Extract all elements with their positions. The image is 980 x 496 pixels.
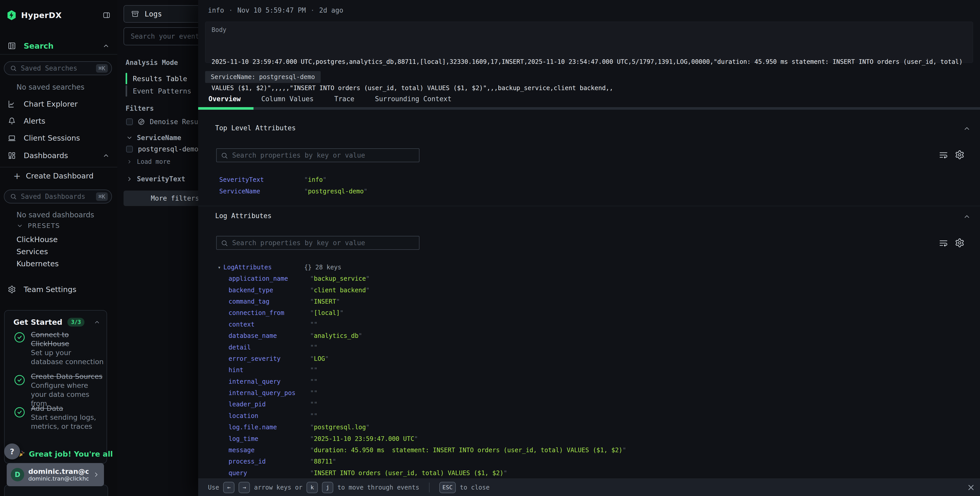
- sidebar-collapse-icon[interactable]: [102, 11, 111, 19]
- gear-icon[interactable]: [955, 150, 964, 159]
- attribute-key[interactable]: detail: [229, 344, 310, 351]
- more-filters-button[interactable]: More filters: [124, 191, 198, 206]
- attribute-key[interactable]: internal_query_pos: [229, 389, 310, 397]
- saved-searches-input[interactable]: Saved Searches ⌘K: [4, 61, 112, 75]
- attribute-key[interactable]: message: [229, 447, 310, 454]
- attribute-key[interactable]: internal_query: [229, 378, 310, 385]
- checkbox[interactable]: [126, 118, 133, 125]
- presets-toggle[interactable]: PRESETS: [16, 222, 60, 230]
- sidebar-item-team-settings[interactable]: Team Settings: [0, 282, 117, 297]
- attribute-value[interactable]: "duration: 45.950 ms statement: INSERT I…: [310, 447, 626, 454]
- attribute-value[interactable]: "postgresql-demo": [304, 188, 368, 195]
- attribute-value[interactable]: "": [310, 367, 318, 374]
- checkbox[interactable]: [126, 146, 133, 153]
- attribute-key[interactable]: location: [229, 412, 310, 419]
- preset-item-services[interactable]: Services: [16, 246, 59, 258]
- event-search-input[interactable]: [124, 27, 198, 45]
- attribute-value[interactable]: "INSERT": [310, 298, 340, 305]
- quote: ": [340, 309, 344, 316]
- attribute-value[interactable]: "client backend": [310, 287, 369, 294]
- analysis-mode-results-table[interactable]: Results Table: [126, 72, 191, 85]
- log-attributes-root-row[interactable]: ▾ LogAttributes {} 28 keys: [198, 262, 980, 273]
- get-started-item[interactable]: Connect to ClickHouseSet up your databas…: [14, 330, 105, 366]
- top-level-search-input[interactable]: [216, 148, 420, 162]
- analysis-mode-event-patterns[interactable]: Event Patterns: [126, 85, 191, 97]
- gear-icon[interactable]: [955, 238, 964, 248]
- attribute-key[interactable]: database_name: [229, 332, 310, 340]
- attribute-key[interactable]: log_time: [229, 435, 310, 442]
- attribute-key[interactable]: ServiceName: [219, 188, 304, 195]
- attribute-key[interactable]: SeverityText: [219, 176, 304, 183]
- tab-overview[interactable]: Overview: [198, 91, 251, 107]
- filter-group-severitytext[interactable]: SeverityText: [126, 175, 185, 183]
- section-divider: [198, 206, 980, 206]
- attribute-value[interactable]: "": [310, 412, 318, 419]
- attribute-key[interactable]: backend_type: [229, 287, 310, 294]
- attribute-key[interactable]: process_id: [229, 458, 310, 465]
- servicename-tag[interactable]: ServiceName: postgresql-demo: [205, 71, 321, 83]
- chevron-up-icon[interactable]: [102, 42, 110, 49]
- hyperdx-logo-icon: [7, 10, 16, 21]
- attribute-key[interactable]: hint: [229, 367, 310, 374]
- sidebar-item-search[interactable]: Search: [0, 38, 117, 53]
- tree-collapse-icon[interactable]: ▾: [218, 264, 223, 270]
- attribute-value[interactable]: "": [310, 389, 318, 397]
- create-dashboard-button[interactable]: + Create Dashboard: [0, 168, 117, 183]
- attribute-value[interactable]: "[local]": [310, 309, 344, 316]
- attribute-value[interactable]: "": [310, 378, 318, 385]
- tab-trace[interactable]: Trace: [324, 91, 365, 107]
- get-started-header[interactable]: Get Started 3/3: [13, 318, 100, 327]
- preset-item-kubernetes[interactable]: Kubernetes: [16, 258, 59, 270]
- tab-surrounding-context[interactable]: Surrounding Context: [365, 91, 462, 107]
- gear-icon: [8, 285, 16, 293]
- attribute-key[interactable]: log.file.name: [229, 424, 310, 431]
- sidebar-item-client-sessions[interactable]: Client Sessions: [0, 131, 117, 145]
- get-started-item[interactable]: Create Data SourcesConfigure where your …: [14, 372, 105, 408]
- denoise-results-toggle[interactable]: Denoise Results: [126, 118, 198, 126]
- user-menu[interactable]: D dominic.tran@clic... dominic.tran@clic…: [7, 463, 104, 486]
- collapse-section-icon[interactable]: [963, 124, 971, 132]
- attribute-key[interactable]: context: [229, 321, 310, 328]
- sidebar-item-alerts[interactable]: Alerts: [0, 113, 117, 129]
- attribute-value[interactable]: "backup_service": [310, 275, 369, 282]
- attribute-key[interactable]: application_name: [229, 275, 310, 282]
- attribute-key[interactable]: command_tag: [229, 298, 310, 305]
- collapse-section-icon[interactable]: [963, 213, 971, 220]
- load-more-button[interactable]: Load more: [127, 158, 170, 165]
- attribute-key[interactable]: query: [229, 469, 310, 477]
- chevron-up-icon[interactable]: [94, 319, 100, 325]
- sidebar-item-dashboards[interactable]: Dashboards: [0, 148, 117, 163]
- attribute-key[interactable]: leader_pid: [229, 401, 310, 408]
- attribute-key[interactable]: LogAttributes: [223, 264, 304, 271]
- help-button[interactable]: ?: [4, 443, 20, 459]
- attribute-value[interactable]: "": [310, 344, 318, 351]
- sidebar-item-chart-explorer[interactable]: Chart Explorer: [0, 97, 117, 112]
- attribute-value[interactable]: "LOG": [310, 355, 329, 362]
- attribute-value[interactable]: "INSERT INTO orders (user_id, total) VAL…: [310, 469, 507, 477]
- attribute-key[interactable]: connection_from: [229, 309, 310, 316]
- saved-dashboards-input[interactable]: Saved Dashboards ⌘K: [4, 190, 112, 203]
- close-icon[interactable]: [967, 483, 975, 492]
- get-started-item[interactable]: Add DataStart sending logs, metrics, or …: [14, 404, 105, 431]
- get-started-item-subtitle: Start sending logs, metrics, or traces: [31, 413, 105, 431]
- quote: ": [310, 401, 314, 408]
- attribute-key[interactable]: error_severity: [229, 355, 310, 362]
- attribute-value[interactable]: "": [310, 321, 318, 328]
- source-select-logs[interactable]: Logs: [124, 5, 198, 23]
- log-attributes-search-input[interactable]: [216, 236, 420, 250]
- wrap-lines-icon[interactable]: [939, 150, 948, 159]
- preset-item-clickhouse[interactable]: ClickHouse: [16, 233, 59, 246]
- attribute-value[interactable]: "": [310, 401, 318, 408]
- filter-group-servicename[interactable]: ServiceName: [126, 134, 181, 142]
- attribute-value[interactable]: "info": [304, 176, 326, 183]
- wrap-lines-icon[interactable]: [939, 238, 948, 248]
- search-filter-panel: Logs Analysis Mode Results TableEvent Pa…: [117, 0, 198, 496]
- attribute-value-text: client backend: [314, 287, 366, 294]
- attribute-value[interactable]: "2025-11-10 23:59:47.000 UTC": [310, 435, 418, 442]
- chevron-up-icon[interactable]: [102, 152, 110, 159]
- filter-value-postgresql-demo[interactable]: postgresql-demo: [126, 145, 198, 153]
- attribute-value[interactable]: "analytics_db": [310, 332, 362, 340]
- attribute-value[interactable]: "postgresql.log": [310, 424, 369, 431]
- tab-column-values[interactable]: Column Values: [251, 91, 324, 107]
- attribute-value[interactable]: "88711": [310, 458, 336, 465]
